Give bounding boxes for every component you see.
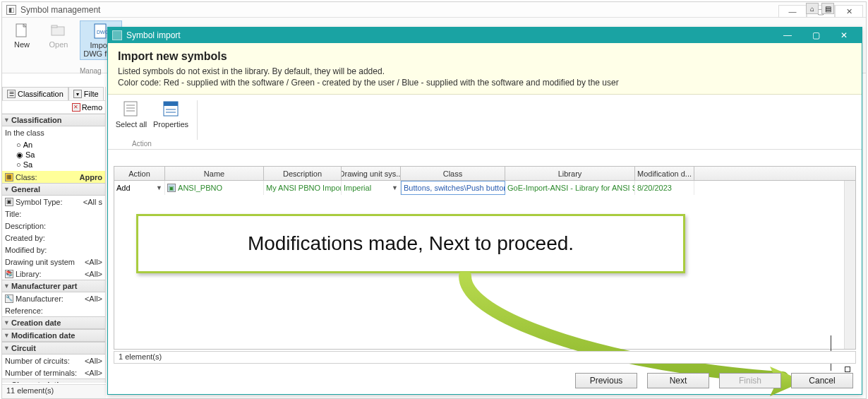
chevron-down-icon[interactable]: ▼ — [156, 184, 162, 191]
cancel-button[interactable]: Cancel — [791, 373, 853, 388]
symbol-icon: ▣ — [167, 184, 176, 192]
select-all-icon — [121, 99, 142, 119]
funnel-icon: ▾ — [73, 90, 82, 98]
main-titlebar: ◧ Symbol management — ▢ ✕ — [2, 2, 866, 18]
ribbon-group-label: Manag — [80, 67, 102, 75]
shell-toolbar: ⌂ ▤ — [806, 3, 834, 14]
ribbon-new-label: New — [14, 40, 30, 49]
cell-name: ▣ ANSI_PBNO — [165, 181, 264, 195]
section-characteristics[interactable]: Characteristics — [2, 379, 105, 383]
open-icon — [49, 22, 68, 39]
col-lib[interactable]: Library — [505, 167, 635, 180]
annotation-callout: Modifications made, Next to proceed. — [136, 214, 685, 273]
symbol-type-icon: ▣ — [5, 198, 13, 206]
child-status-bar: 1 element(s) — [114, 351, 856, 364]
child-titlebar: Symbol import — ▢ ✕ — [108, 28, 862, 43]
select-all-button[interactable]: Select all — [115, 99, 147, 129]
wizard-desc2: Color code: Red - supplied with the soft… — [118, 77, 852, 88]
left-filter-panel: ☰Classification ▾Filte ✕ Remo Classifica… — [2, 87, 106, 383]
wizard-buttons: Previous Next Finish Cancel — [575, 373, 853, 388]
wizard-heading: Import new symbols — [118, 50, 852, 63]
col-class[interactable]: Class — [401, 167, 505, 180]
wizard-desc1: Listed symbols do not exist in the libra… — [118, 66, 852, 77]
section-modification-date[interactable]: Modification date — [2, 329, 105, 342]
minimize-button[interactable]: — — [778, 5, 807, 18]
previous-button[interactable]: Previous — [575, 373, 637, 388]
tab-filter[interactable]: ▾Filte — [68, 87, 104, 100]
in-class-label: In the class — [5, 129, 102, 137]
table-row[interactable]: Add▼ ▣ ANSI_PBNO My ANSI PBNO Import ...… — [114, 181, 855, 195]
svg-rect-6 — [124, 102, 137, 116]
col-unit[interactable]: Drawing unit sys... — [342, 167, 401, 180]
radio-icon[interactable]: ○ — [16, 141, 21, 149]
wizard-banner: Import new symbols Listed symbols do not… — [108, 43, 862, 95]
import-icon — [112, 30, 122, 40]
section-creation-date[interactable]: Creation date — [2, 316, 105, 329]
remove-filter-icon[interactable]: ✕ — [72, 103, 80, 112]
home-icon[interactable]: ⌂ — [806, 3, 819, 14]
filter-toolbar: ✕ Remo — [2, 101, 105, 114]
class-row[interactable]: ▦Class: Appro — [2, 171, 105, 183]
cell-action[interactable]: Add▼ — [114, 181, 165, 195]
child-maximize-button[interactable]: ▢ — [802, 29, 829, 42]
section-classification[interactable]: Classification — [2, 114, 105, 126]
cell-mod: 8/20/2023 — [635, 181, 694, 195]
chevron-down-icon[interactable]: ▼ — [392, 184, 398, 191]
child-close-button[interactable]: ✕ — [831, 29, 857, 42]
section-circuit[interactable]: Circuit — [2, 342, 105, 355]
remove-filter-label[interactable]: Remo — [82, 103, 102, 112]
main-status-bar: 11 element(s) — [2, 384, 106, 398]
class-radio-group: ○An ◉Sa ○Sa — [2, 138, 105, 171]
class-value: Appro — [80, 173, 102, 181]
tab-classification[interactable]: ☰Classification — [2, 87, 68, 100]
col-action[interactable]: Action — [114, 167, 165, 180]
properties-icon — [160, 99, 181, 119]
col-desc[interactable]: Description — [264, 167, 342, 180]
wrench-icon: 🔧 — [5, 294, 13, 303]
action-group-label: Action — [132, 140, 152, 148]
app-icon: ◧ — [6, 5, 16, 15]
radio-icon[interactable]: ◉ — [16, 150, 23, 160]
table-scrollbar[interactable] — [844, 181, 855, 349]
layout-icon[interactable]: ▤ — [821, 3, 834, 14]
ribbon-new[interactable]: New — [6, 20, 37, 50]
table-header: Action Name Description Drawing unit sys… — [114, 167, 855, 181]
svg-rect-11 — [164, 102, 178, 106]
next-button[interactable]: Next — [647, 373, 709, 388]
tree-icon: ☰ — [7, 90, 16, 98]
class-icon: ▦ — [5, 173, 13, 181]
section-general[interactable]: General — [2, 183, 105, 196]
cell-unit[interactable]: Imperial▼ — [342, 181, 401, 195]
radio-icon[interactable]: ○ — [16, 160, 21, 169]
child-title: Symbol import — [126, 30, 181, 40]
close-button[interactable]: ✕ — [835, 5, 863, 18]
cell-desc: My ANSI PBNO Import ... — [264, 181, 342, 195]
symbol-import-window: Symbol import — ▢ ✕ Import new symbols L… — [107, 27, 862, 395]
section-manufacturer[interactable]: Manufacturer part — [2, 280, 105, 292]
child-ribbon: Select all Properties Action — [108, 95, 862, 150]
cell-lib[interactable]: GoE-Import-ANSI - Library for ANSI Std..… — [505, 181, 635, 195]
cell-class[interactable]: Buttons, switches\Push buttons...… — [401, 181, 505, 195]
new-icon — [12, 22, 32, 39]
main-title: Symbol management — [20, 5, 100, 15]
library-icon: 📚 — [5, 270, 13, 278]
ribbon-open: Open — [43, 20, 74, 50]
col-mod[interactable]: Modification d... — [635, 167, 694, 180]
col-name[interactable]: Name — [165, 167, 264, 180]
svg-rect-2 — [52, 27, 64, 35]
child-minimize-button[interactable]: — — [774, 29, 801, 42]
ribbon-open-label: Open — [49, 40, 68, 49]
svg-rect-3 — [52, 25, 57, 28]
finish-button: Finish — [719, 373, 781, 388]
properties-button[interactable]: Properties — [155, 99, 187, 129]
